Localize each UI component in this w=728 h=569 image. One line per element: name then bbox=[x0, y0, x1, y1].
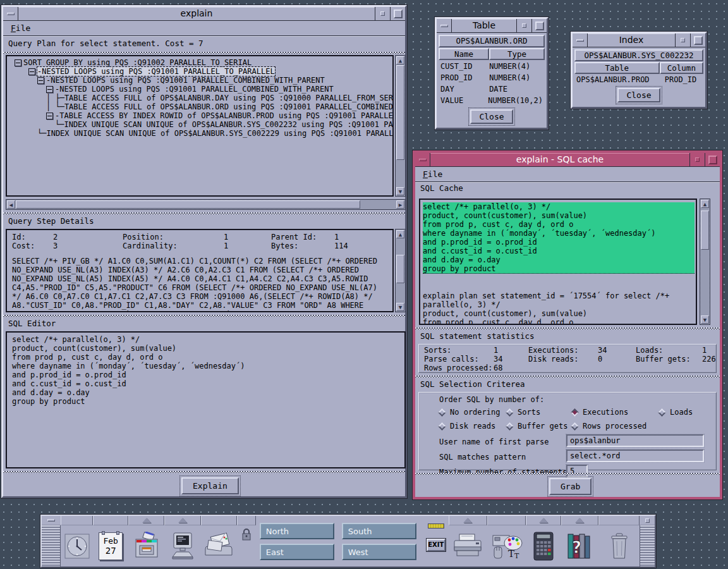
minimize-button[interactable] bbox=[675, 34, 690, 47]
workspace-south-button[interactable]: South bbox=[342, 523, 416, 539]
column-header-column[interactable]: Column bbox=[660, 62, 703, 74]
file-manager-launcher[interactable] bbox=[128, 525, 164, 566]
panel-right-handle[interactable] bbox=[640, 516, 655, 566]
radio-no-ordering[interactable]: No ordering bbox=[439, 408, 507, 417]
tree-node[interactable]: └─INDEX UNIQUE SCAN UNIQUE of OPS$ALANBU… bbox=[37, 129, 392, 138]
table-titlebar[interactable]: Table bbox=[437, 19, 547, 33]
file-menu[interactable]: File bbox=[8, 23, 33, 34]
mail-launcher[interactable] bbox=[201, 525, 237, 566]
column-header-name[interactable]: Name bbox=[439, 48, 489, 60]
tree-node[interactable]: │ ├─TABLE ACCESS FULL of OPS$ALANBUR.DAY… bbox=[46, 94, 392, 102]
exit-button[interactable]: EXIT bbox=[427, 539, 446, 551]
minimize-button[interactable] bbox=[689, 153, 705, 166]
file-menu[interactable]: File bbox=[420, 169, 445, 180]
close-button[interactable]: Close bbox=[470, 109, 513, 124]
workspace-north-button[interactable]: North bbox=[260, 523, 334, 539]
window-menu-button[interactable] bbox=[3, 7, 18, 20]
sql-editor-area[interactable]: select /*+ parallel(o, 3) */ product, co… bbox=[6, 331, 406, 468]
radio-rows-processed[interactable]: Rows processed bbox=[572, 422, 646, 431]
maximize-button[interactable] bbox=[390, 7, 405, 20]
scroll-thumb[interactable] bbox=[701, 211, 709, 250]
collapse-icon[interactable] bbox=[46, 86, 53, 93]
scroll-down-arrow[interactable]: ▼ bbox=[396, 187, 404, 195]
sql-cache-list[interactable]: select /*+ parallel(o, 3) */ product, co… bbox=[419, 199, 697, 325]
tree-node[interactable]: -NESTED LOOPS using PQS :Q91001 PARALLEL… bbox=[46, 85, 392, 94]
radio-disk-reads[interactable]: Disk reads bbox=[439, 422, 507, 431]
collapse-icon[interactable] bbox=[46, 113, 53, 119]
subpanel-arrow-icon[interactable] bbox=[142, 518, 151, 523]
subpanel-arrow-icon[interactable] bbox=[539, 518, 548, 523]
minimize-button[interactable] bbox=[375, 7, 390, 20]
step-sql-text[interactable]: SELECT /*+ PIV_GB */ A1.C0 C0,SUM(A1.C1)… bbox=[12, 257, 392, 312]
lock-launcher[interactable] bbox=[237, 525, 256, 566]
calendar-launcher[interactable]: Feb 27 bbox=[93, 525, 128, 566]
grab-button[interactable]: Grab bbox=[549, 478, 592, 495]
tree-node[interactable]: -NESTED LOOPS using PQS :Q91001 PARALLEL… bbox=[37, 76, 392, 85]
scroll-up-arrow[interactable]: ▲ bbox=[701, 200, 709, 208]
subpanel-arrow-icon[interactable] bbox=[178, 518, 187, 523]
maximize-button[interactable] bbox=[705, 153, 720, 166]
explain-button[interactable]: Explain bbox=[181, 477, 239, 494]
close-button[interactable]: Close bbox=[617, 88, 660, 102]
maximize-button[interactable] bbox=[690, 34, 705, 47]
radio-buffer-gets[interactable]: Buffer gets bbox=[507, 422, 572, 431]
sql-cache-titlebar[interactable]: explain - SQL cache bbox=[415, 153, 720, 167]
radio-loads[interactable]: Loads bbox=[659, 408, 693, 417]
cache-selected-sql[interactable]: select /*+ parallel(o, 3) */ product, co… bbox=[423, 202, 695, 274]
window-menu-button[interactable] bbox=[437, 19, 452, 32]
collapse-icon[interactable] bbox=[28, 68, 35, 75]
scroll-thumb[interactable] bbox=[396, 65, 404, 160]
workspace-west-button[interactable]: West bbox=[342, 544, 416, 560]
terminal-launcher[interactable] bbox=[164, 525, 200, 566]
user-name-field[interactable]: ops$alanbur bbox=[566, 434, 704, 447]
minimize-button[interactable] bbox=[516, 19, 531, 32]
scroll-up-arrow[interactable]: ▲ bbox=[396, 56, 404, 64]
index-row[interactable]: OPS$ALANBUR.PROD PROD_ID bbox=[573, 74, 705, 85]
panel-grip[interactable] bbox=[640, 525, 655, 566]
scroll-thumb[interactable] bbox=[16, 200, 360, 209]
panel-left-handle[interactable] bbox=[42, 516, 61, 566]
scroll-thumb[interactable] bbox=[396, 255, 404, 283]
column-header-table[interactable]: Table bbox=[574, 62, 660, 74]
column-header-type[interactable]: Type bbox=[489, 48, 545, 60]
explain-titlebar[interactable]: explain bbox=[3, 7, 405, 21]
details-vertical-scrollbar[interactable]: ▲ ▼ bbox=[395, 229, 406, 312]
subpanel-arrow-icon[interactable] bbox=[463, 518, 472, 523]
printer-launcher[interactable] bbox=[449, 525, 487, 566]
tree-node[interactable]: -TABLE ACCESS BY INDEX ROWID of OPS$ALAN… bbox=[46, 111, 392, 120]
window-menu-button[interactable] bbox=[573, 34, 588, 47]
scroll-down-arrow[interactable]: ▼ bbox=[396, 303, 404, 311]
window-menu-button[interactable] bbox=[415, 153, 430, 166]
table-row[interactable]: DAYDATE bbox=[440, 85, 543, 96]
scroll-left-arrow[interactable]: ◀ bbox=[7, 200, 15, 209]
query-step-details-area[interactable]: Id: 2 Position: 1 Parent Id: 1 Cost: 3 C… bbox=[6, 229, 394, 312]
pattern-field[interactable]: select.*ord bbox=[566, 450, 704, 462]
collapse-icon[interactable] bbox=[15, 59, 21, 66]
tree-node[interactable]: SORT GROUP BY using PQS :Q91002 PARALLEL… bbox=[15, 58, 392, 67]
tree-vertical-scrollbar[interactable]: ▲ ▼ bbox=[395, 55, 406, 197]
calculator-launcher[interactable] bbox=[526, 525, 561, 566]
table-row[interactable]: VALUENUMBER(10,2) bbox=[440, 96, 543, 107]
tree-node-selected[interactable]: -NESTED LOOPS using PQS :Q91001 PARALLEL… bbox=[28, 67, 392, 76]
maximize-button[interactable] bbox=[531, 19, 547, 32]
tree-node[interactable]: └─INDEX UNIQUE SCAN UNIQUE of OPS$ALANBU… bbox=[55, 120, 392, 129]
query-plan-tree[interactable]: SORT GROUP BY using PQS :Q91002 PARALLEL… bbox=[6, 55, 394, 197]
clock-launcher[interactable] bbox=[61, 525, 93, 566]
scroll-down-arrow[interactable]: ▼ bbox=[701, 315, 709, 324]
max-statements-field[interactable]: 5 bbox=[566, 465, 588, 477]
cache-other-sql[interactable]: explain plan set statement_id = ´17554´ … bbox=[423, 291, 696, 325]
help-launcher[interactable]: ? bbox=[561, 525, 598, 566]
scroll-right-arrow[interactable]: ▶ bbox=[396, 200, 404, 209]
table-row[interactable]: CUST_IDNUMBER(4) bbox=[440, 62, 543, 73]
tree-node[interactable]: │ └─TABLE ACCESS FULL of OPS$ALANBUR.ORD… bbox=[46, 102, 392, 111]
radio-executions[interactable]: Executions bbox=[572, 408, 659, 417]
subpanel-arrow-icon[interactable] bbox=[575, 518, 584, 523]
panel-grip[interactable] bbox=[42, 525, 61, 566]
tree-horizontal-scrollbar[interactable]: ◀ ▶ bbox=[6, 199, 406, 210]
style-manager-launcher[interactable]: T T bbox=[487, 525, 526, 566]
radio-sorts[interactable]: Sorts bbox=[507, 408, 572, 417]
sql-editor-text[interactable]: select /*+ parallel(o, 3) */ product, co… bbox=[12, 335, 404, 406]
cache-vertical-scrollbar[interactable]: ▲ ▼ bbox=[700, 199, 710, 325]
trash-launcher[interactable] bbox=[598, 525, 640, 566]
collapse-icon[interactable] bbox=[37, 77, 44, 84]
